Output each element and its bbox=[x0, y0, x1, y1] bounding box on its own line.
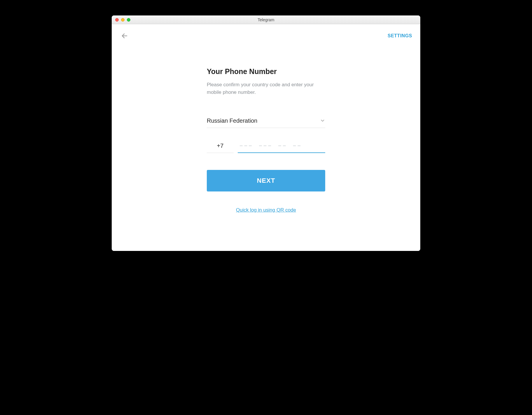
qr-login-link[interactable]: Quick log in using QR code bbox=[207, 207, 325, 213]
page-subtitle: Please confirm your country code and ent… bbox=[207, 81, 325, 96]
country-code-input[interactable] bbox=[207, 141, 234, 153]
content-area: SETTINGS Your Phone Number Please confir… bbox=[112, 24, 420, 251]
back-button[interactable] bbox=[120, 31, 129, 41]
arrow-left-icon bbox=[121, 32, 128, 39]
page-title: Your Phone Number bbox=[207, 67, 325, 76]
window-controls bbox=[115, 18, 130, 22]
topbar: SETTINGS bbox=[120, 31, 412, 41]
maximize-window-button[interactable] bbox=[127, 18, 130, 22]
login-form: Your Phone Number Please confirm your co… bbox=[207, 67, 325, 213]
next-button[interactable]: NEXT bbox=[207, 170, 325, 191]
close-window-button[interactable] bbox=[115, 18, 119, 22]
settings-link[interactable]: SETTINGS bbox=[388, 33, 412, 38]
minimize-window-button[interactable] bbox=[121, 18, 125, 22]
chevron-down-icon bbox=[320, 118, 325, 123]
titlebar: Telegram bbox=[112, 15, 420, 24]
phone-number-input[interactable] bbox=[238, 141, 325, 153]
country-select[interactable]: Russian Federation bbox=[207, 117, 325, 128]
country-selected-label: Russian Federation bbox=[207, 117, 257, 124]
app-window: Telegram SETTINGS Your Phone Number Plea… bbox=[112, 15, 420, 251]
window-title: Telegram bbox=[115, 17, 417, 22]
phone-input-row bbox=[207, 141, 325, 153]
